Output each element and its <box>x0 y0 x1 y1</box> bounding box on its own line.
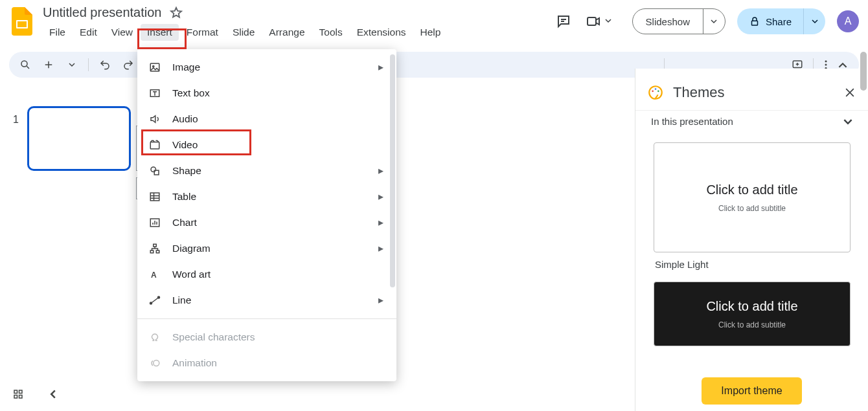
svg-rect-3 <box>751 21 757 25</box>
svg-rect-22 <box>150 250 154 253</box>
svg-point-14 <box>153 65 154 67</box>
menu-format[interactable]: Format <box>180 24 225 41</box>
share-label: Share <box>766 16 792 27</box>
themes-title: Themes <box>673 84 834 101</box>
menu-tools[interactable]: Tools <box>313 24 349 41</box>
svg-point-25 <box>150 302 152 304</box>
theme-card-simple-dark[interactable]: Click to add title Click to add subtitle <box>654 282 851 346</box>
filmstrip: 1 <box>0 82 136 411</box>
insert-image[interactable]: Image ▸ <box>137 54 396 80</box>
grid-view-icon[interactable] <box>9 385 27 403</box>
wordart-icon: A <box>148 269 162 280</box>
svg-text:A: A <box>151 271 157 280</box>
slide-number: 1 <box>13 114 19 126</box>
palette-icon <box>647 84 664 101</box>
submenu-indicator-icon: ▸ <box>378 61 383 73</box>
themes-section-label: In this presentation <box>651 116 733 127</box>
insert-textbox[interactable]: Text box <box>137 80 396 106</box>
themes-panel: Themes In this presentation Click to add… <box>635 69 868 411</box>
redo-button[interactable] <box>119 55 138 74</box>
svg-rect-2 <box>588 17 596 25</box>
slideshow-label[interactable]: Slideshow <box>633 9 703 34</box>
svg-rect-29 <box>19 390 23 394</box>
svg-point-7 <box>825 64 827 66</box>
slides-logo[interactable] <box>9 5 35 38</box>
animation-icon <box>148 357 162 369</box>
image-icon <box>148 61 162 73</box>
textbox-icon <box>148 87 162 99</box>
svg-rect-1 <box>17 21 27 27</box>
diagram-icon <box>148 243 162 254</box>
insert-wordart[interactable]: A Word art <box>137 261 396 287</box>
menu-slide[interactable]: Slide <box>226 24 261 41</box>
insert-shape[interactable]: Shape ▸ <box>137 158 396 184</box>
insert-dropdown: Image ▸ Text box Audio Video Shape ▸ Tab… <box>137 49 396 381</box>
account-avatar[interactable]: A <box>837 10 859 32</box>
shape-icon <box>148 165 162 177</box>
search-icon[interactable] <box>16 55 35 74</box>
menu-arrange[interactable]: Arrange <box>262 24 311 41</box>
theme-card-simple-light[interactable]: Click to add title Click to add subtitle <box>654 142 851 252</box>
chart-icon <box>148 217 162 228</box>
svg-rect-21 <box>154 244 157 247</box>
chevron-left-icon[interactable] <box>44 385 62 403</box>
svg-point-17 <box>151 167 156 172</box>
menu-file[interactable]: File <box>43 24 72 41</box>
video-icon <box>148 139 162 151</box>
slideshow-dropdown[interactable] <box>703 9 725 34</box>
theme-name-label: Simple Light <box>655 259 850 270</box>
lock-icon <box>749 16 760 27</box>
menu-view[interactable]: View <box>105 24 139 41</box>
svg-point-27 <box>154 361 159 366</box>
insert-chart[interactable]: Chart ▸ <box>137 210 396 236</box>
svg-rect-19 <box>150 193 159 201</box>
page-scrollbar[interactable] <box>860 52 867 91</box>
svg-point-11 <box>655 88 657 90</box>
insert-video[interactable]: Video <box>137 132 396 158</box>
present-camera-icon[interactable] <box>584 12 602 30</box>
insert-table[interactable]: Table ▸ <box>137 184 396 210</box>
menu-insert[interactable]: Insert <box>141 24 179 41</box>
slide-thumbnail-1[interactable] <box>27 106 131 171</box>
svg-rect-16 <box>150 142 159 150</box>
insert-audio[interactable]: Audio <box>137 106 396 132</box>
import-theme-button[interactable]: Import theme <box>702 377 801 405</box>
svg-point-10 <box>652 91 654 93</box>
document-title[interactable]: Untitled presentation <box>43 5 161 20</box>
line-icon <box>148 294 162 306</box>
svg-point-12 <box>657 91 659 93</box>
chevron-down-icon[interactable] <box>843 117 852 126</box>
svg-rect-31 <box>19 395 23 399</box>
table-icon <box>148 191 162 203</box>
svg-rect-30 <box>14 395 17 399</box>
menubar: File Edit View Insert Format Slide Arran… <box>43 24 554 41</box>
insert-animation: Animation <box>137 350 396 376</box>
audio-icon <box>148 113 162 125</box>
svg-point-26 <box>158 296 160 298</box>
svg-point-6 <box>825 60 827 62</box>
new-slide-dropdown[interactable] <box>62 55 82 74</box>
share-button[interactable]: Share <box>737 8 825 34</box>
slideshow-button[interactable]: Slideshow <box>632 8 725 34</box>
star-icon[interactable] <box>169 6 183 20</box>
undo-button[interactable] <box>95 55 115 74</box>
omega-icon <box>148 331 162 343</box>
insert-special-characters: Special characters <box>137 324 396 350</box>
new-slide-button[interactable] <box>39 55 58 74</box>
close-icon[interactable] <box>843 86 856 99</box>
svg-rect-23 <box>156 250 159 253</box>
menu-edit[interactable]: Edit <box>73 24 104 41</box>
share-dropdown[interactable] <box>803 8 825 34</box>
insert-line[interactable]: Line ▸ <box>137 287 396 313</box>
svg-point-4 <box>21 61 27 67</box>
menu-help[interactable]: Help <box>414 24 448 41</box>
insert-diagram[interactable]: Diagram ▸ <box>137 236 396 261</box>
comments-icon[interactable] <box>554 12 573 30</box>
menu-extensions[interactable]: Extensions <box>350 24 413 41</box>
svg-rect-28 <box>14 390 17 394</box>
